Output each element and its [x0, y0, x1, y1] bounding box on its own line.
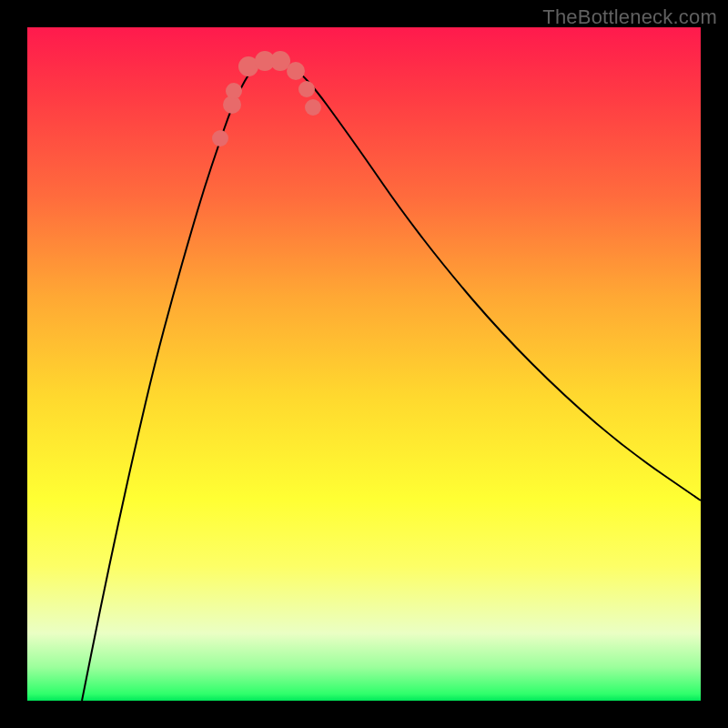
marker-point: [287, 62, 305, 80]
watermark-text: TheBottleneck.com: [542, 5, 717, 29]
marker-point: [226, 83, 242, 99]
right-curve: [273, 61, 701, 500]
marker-group: [212, 51, 321, 147]
marker-point: [298, 81, 315, 97]
marker-point: [305, 99, 321, 116]
chart-svg: [27, 27, 701, 701]
marker-point: [212, 130, 228, 147]
chart-frame: [27, 27, 701, 701]
left-curve: [82, 61, 273, 701]
